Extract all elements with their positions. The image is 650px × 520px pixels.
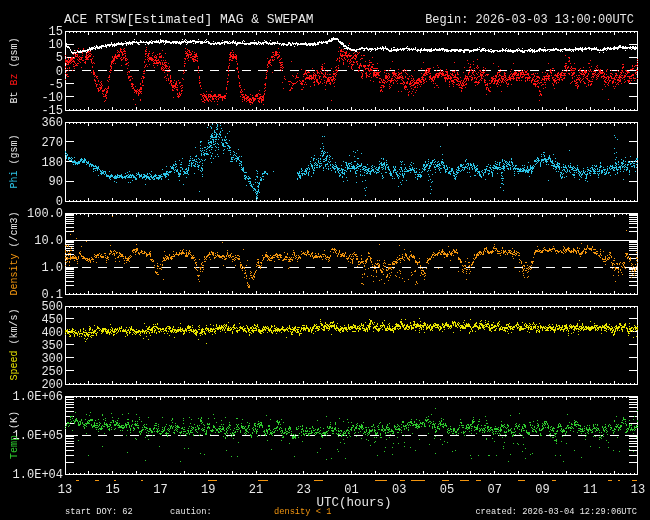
svg-text:13: 13 — [58, 483, 72, 497]
svg-text:-5: -5 — [49, 78, 63, 92]
svg-text:01: 01 — [344, 483, 358, 497]
svg-text:density < 1: density < 1 — [274, 507, 331, 517]
svg-text:13: 13 — [631, 483, 645, 497]
svg-text:17: 17 — [153, 483, 167, 497]
svg-text:360: 360 — [41, 116, 63, 130]
svg-text:09: 09 — [535, 483, 549, 497]
svg-text:Density (/cm3): Density (/cm3) — [9, 211, 20, 295]
svg-text:300: 300 — [41, 352, 63, 366]
svg-text:1.0E+05: 1.0E+05 — [13, 429, 63, 443]
svg-text:ACE RTSW[Estimated] MAG & SWEP: ACE RTSW[Estimated] MAG & SWEPAM — [64, 12, 314, 27]
svg-text:23: 23 — [297, 483, 311, 497]
svg-text:05: 05 — [440, 483, 454, 497]
svg-text:Temp (K): Temp (K) — [9, 411, 20, 459]
svg-text:Speed (km/s): Speed (km/s) — [9, 308, 20, 380]
svg-text:start DOY: 62: start DOY: 62 — [65, 507, 133, 517]
svg-text:90: 90 — [49, 175, 63, 189]
svg-text:03: 03 — [392, 483, 406, 497]
svg-text:07: 07 — [488, 483, 502, 497]
svg-text:0: 0 — [56, 65, 63, 79]
svg-text:caution:: caution: — [170, 507, 212, 517]
svg-text:1.0E+06: 1.0E+06 — [13, 390, 63, 404]
svg-text:created: 2026-03-04 12:29:06UT: created: 2026-03-04 12:29:06UTC — [475, 507, 637, 517]
svg-text:250: 250 — [41, 365, 63, 379]
svg-text:10: 10 — [49, 38, 63, 52]
svg-text:Phi (gsm): Phi (gsm) — [9, 134, 20, 188]
svg-text:Begin: 2026-03-03 13:00:00UTC: Begin: 2026-03-03 13:00:00UTC — [425, 13, 634, 27]
svg-text:-10: -10 — [41, 91, 63, 105]
svg-text:450: 450 — [41, 313, 63, 327]
svg-text:Bt Bz (gsm): Bt Bz (gsm) — [9, 37, 20, 103]
svg-text:500: 500 — [41, 300, 63, 314]
svg-text:100.0: 100.0 — [27, 207, 63, 221]
svg-text:400: 400 — [41, 326, 63, 340]
svg-text:350: 350 — [41, 339, 63, 353]
svg-text:10.0: 10.0 — [34, 234, 63, 248]
svg-text:21: 21 — [249, 483, 263, 497]
svg-text:180: 180 — [41, 156, 63, 170]
svg-text:15: 15 — [49, 25, 63, 39]
svg-text:19: 19 — [201, 483, 215, 497]
svg-text:1.0: 1.0 — [41, 261, 63, 275]
svg-text:1.0E+04: 1.0E+04 — [13, 468, 63, 482]
svg-text:15: 15 — [106, 483, 120, 497]
svg-text:270: 270 — [41, 136, 63, 150]
svg-text:5: 5 — [56, 51, 63, 65]
svg-text:11: 11 — [583, 483, 597, 497]
